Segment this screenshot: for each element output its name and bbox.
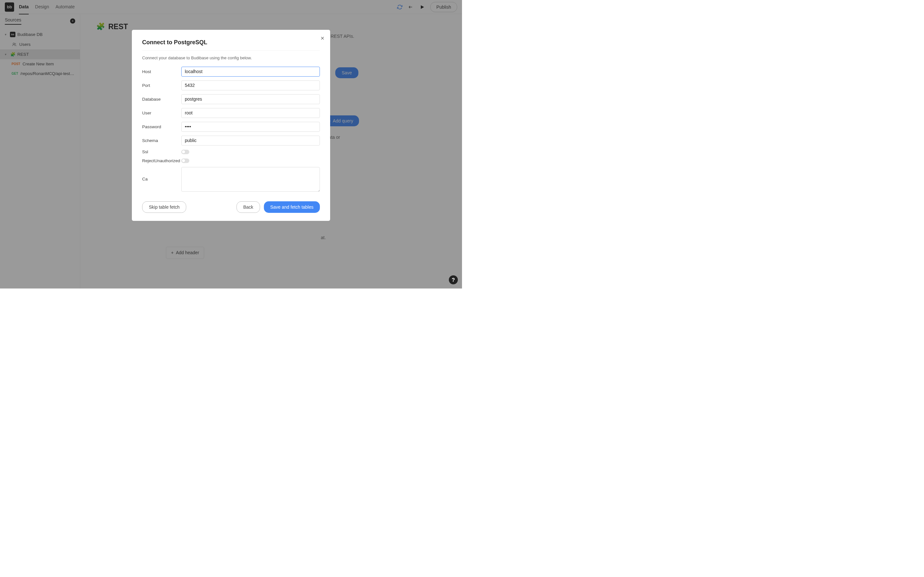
modal-overlay[interactable]: × Connect to PostgreSQL Connect your dat… bbox=[0, 0, 462, 288]
host-input[interactable] bbox=[181, 67, 320, 77]
label-password: Password bbox=[142, 124, 181, 129]
save-and-fetch-button[interactable]: Save and fetch tables bbox=[264, 201, 320, 213]
modal-title: Connect to PostgreSQL bbox=[142, 39, 320, 45]
label-database: Database bbox=[142, 97, 181, 102]
reject-unauthorized-toggle[interactable] bbox=[181, 158, 189, 163]
help-button[interactable]: ? bbox=[449, 276, 458, 284]
label-ssl: Ssl bbox=[142, 149, 181, 155]
modal-description: Connect your database to Budibase using … bbox=[142, 55, 320, 61]
database-input[interactable] bbox=[181, 94, 320, 104]
ssl-toggle[interactable] bbox=[181, 150, 189, 154]
label-host: Host bbox=[142, 69, 181, 74]
ca-textarea[interactable] bbox=[181, 167, 320, 192]
port-input[interactable] bbox=[181, 81, 320, 90]
skip-table-fetch-button[interactable]: Skip table fetch bbox=[142, 201, 186, 213]
schema-input[interactable] bbox=[181, 135, 320, 145]
label-reject-unauthorized: RejectUnauthorized bbox=[142, 158, 181, 163]
label-ca: Ca bbox=[142, 167, 181, 182]
label-port: Port bbox=[142, 83, 181, 88]
close-icon[interactable]: × bbox=[320, 35, 325, 42]
back-button[interactable]: Back bbox=[236, 201, 260, 213]
modal-connect-postgresql: × Connect to PostgreSQL Connect your dat… bbox=[132, 30, 330, 221]
label-schema: Schema bbox=[142, 138, 181, 143]
password-input[interactable] bbox=[181, 122, 320, 132]
user-input[interactable] bbox=[181, 108, 320, 118]
label-user: User bbox=[142, 111, 181, 116]
